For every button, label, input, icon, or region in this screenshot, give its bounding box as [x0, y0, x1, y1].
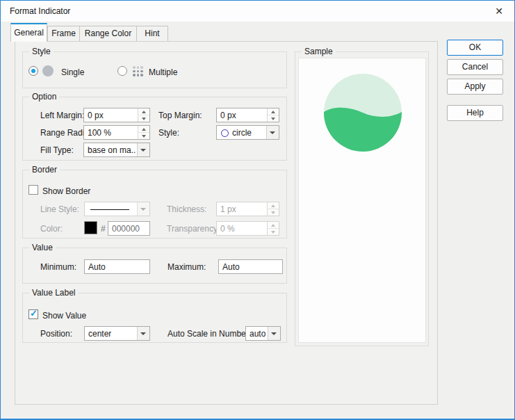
spin-down-icon[interactable] [138, 115, 149, 122]
auto-scale-dropdown[interactable]: auto [245, 326, 281, 341]
minimum-label: Minimum: [40, 262, 76, 272]
spin-up-icon [268, 202, 279, 209]
thickness-field [216, 202, 279, 216]
fill-type-dropdown[interactable]: base on ma... [83, 143, 150, 157]
minimum-input[interactable] [84, 259, 150, 274]
tab-content-panel: Style Single Multiple Option Left Margin… [15, 41, 438, 405]
circle-shape-icon [221, 129, 229, 137]
sample-group: Sample [295, 51, 429, 346]
cancel-button[interactable]: Cancel [447, 59, 503, 75]
maximum-label: Maximum: [167, 262, 206, 272]
spin-up-icon[interactable] [138, 126, 149, 133]
left-margin-field [83, 108, 150, 122]
single-style-icon [42, 65, 54, 76]
range-radius-field [83, 125, 150, 140]
spin-down-icon[interactable] [138, 133, 149, 139]
single-label: Single [61, 67, 84, 77]
position-value: center [88, 329, 111, 339]
indicator-sample-gauge [299, 58, 427, 344]
show-border-label: Show Border [42, 186, 90, 196]
show-value-checkbox[interactable]: ✓ [28, 309, 38, 319]
indicator-style-value: circle [232, 128, 252, 138]
top-margin-label: Top Margin: [158, 111, 202, 120]
tab-range-color[interactable]: Range Color [79, 26, 137, 41]
option-group-title: Option [29, 92, 59, 102]
value-group-title: Value [29, 243, 56, 252]
border-color-input [108, 221, 150, 236]
fill-type-value: base on ma... [88, 145, 136, 155]
range-radius-spinner[interactable] [138, 126, 149, 139]
maximum-input[interactable] [218, 259, 283, 274]
dropdown-arrow-icon [137, 202, 149, 216]
auto-scale-label: Auto Scale in Number: [167, 329, 251, 339]
multiple-style-icon [132, 65, 144, 77]
sample-preview-area [298, 58, 426, 343]
transparency-field [216, 221, 279, 236]
position-label: Position: [40, 329, 72, 339]
border-color-label: Color: [40, 224, 63, 234]
spin-down-icon[interactable] [268, 115, 279, 122]
sample-group-title: Sample [302, 47, 336, 56]
left-margin-label: Left Margin: [40, 111, 84, 120]
fill-type-label: Fill Type: [40, 145, 74, 155]
option-group: Option Left Margin: Top Margin: Range Ra… [22, 97, 287, 161]
thickness-label: Thickness: [167, 204, 206, 214]
auto-scale-value: auto [250, 329, 265, 339]
left-margin-spinner[interactable] [138, 108, 149, 122]
dropdown-arrow-icon[interactable] [266, 126, 279, 139]
dropdown-arrow-icon[interactable] [268, 327, 280, 340]
multiple-label: Multiple [149, 67, 177, 77]
spin-up-icon[interactable] [138, 108, 149, 115]
spin-up-icon[interactable] [268, 108, 279, 115]
check-icon: ✓ [30, 308, 38, 318]
multiple-radio[interactable] [117, 66, 127, 76]
indicator-style-dropdown[interactable]: circle [216, 125, 279, 140]
transparency-label: Transparency: [167, 224, 220, 234]
indicator-style-label: Style: [158, 128, 179, 138]
single-radio[interactable] [28, 66, 38, 76]
tab-general[interactable]: General [10, 23, 47, 42]
thickness-spinner [267, 202, 279, 216]
tab-hint[interactable]: Hint [136, 26, 168, 41]
apply-button[interactable]: Apply [447, 79, 503, 95]
value-label-group: Value Label ✓ Show Value Position: cente… [22, 293, 287, 343]
help-button[interactable]: Help [447, 105, 503, 121]
line-style-dropdown [84, 202, 150, 216]
top-margin-spinner[interactable] [267, 108, 279, 122]
border-group-title: Border [29, 165, 60, 175]
line-style-label: Line Style: [40, 204, 79, 214]
solid-line-icon [90, 209, 129, 210]
ok-button[interactable]: OK [447, 40, 503, 56]
show-value-label: Show Value [42, 311, 86, 321]
style-group-title: Style [29, 47, 54, 56]
close-icon[interactable]: ✕ [488, 3, 510, 19]
format-indicator-dialog: Format Indicator ✕ General Frame Range C… [0, 0, 515, 420]
border-group: Border Show Border Line Style: Thickness… [22, 170, 287, 239]
style-group: Style Single Multiple [22, 51, 287, 88]
spin-down-icon [268, 209, 279, 216]
dropdown-arrow-icon[interactable] [137, 143, 149, 156]
spin-up-icon [268, 222, 279, 229]
position-dropdown[interactable]: center [84, 326, 150, 341]
dialog-title: Format Indicator [10, 6, 70, 16]
dropdown-arrow-icon[interactable] [137, 327, 149, 340]
color-hash-label: # [101, 224, 106, 234]
spin-down-icon [268, 229, 279, 235]
value-label-group-title: Value Label [29, 288, 79, 298]
value-group: Value Minimum: Maximum: [22, 248, 287, 284]
top-margin-field [216, 108, 279, 122]
titlebar: Format Indicator ✕ [1, 1, 514, 22]
tab-frame[interactable]: Frame [47, 26, 80, 41]
border-color-swatch[interactable] [84, 221, 97, 234]
transparency-spinner [267, 222, 279, 235]
show-border-checkbox[interactable] [28, 185, 38, 195]
